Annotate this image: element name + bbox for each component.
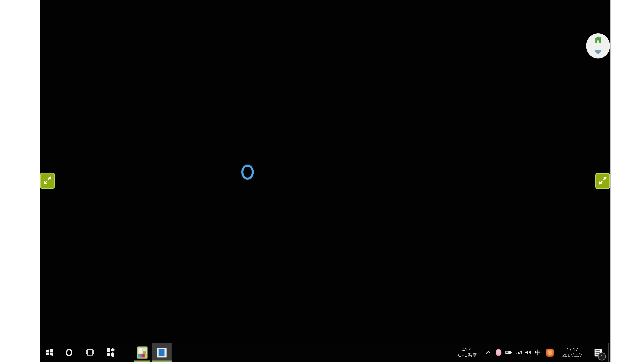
cpu-temp-label: CPU温度 [458, 353, 477, 358]
collapse-arrows-icon [43, 176, 52, 185]
action-center-button[interactable]: 1 [592, 343, 605, 362]
windows-logo-icon [46, 349, 53, 357]
photo-app-button[interactable] [134, 343, 150, 362]
notification-badge: 1 [598, 353, 606, 361]
ime-indicator[interactable]: 中 [534, 343, 542, 362]
network-signal-icon [516, 350, 522, 355]
sogou-input-button[interactable]: S [546, 343, 554, 362]
task-view-button[interactable] [82, 343, 97, 362]
tray-network[interactable] [515, 343, 523, 362]
ime-label: 中 [535, 349, 541, 357]
active-app-button[interactable] [152, 343, 172, 362]
volume-icon [524, 350, 532, 356]
pinwheel-app-button[interactable] [103, 343, 118, 362]
home-icon [586, 33, 610, 46]
tray-expand-button[interactable] [484, 343, 492, 362]
task-view-icon [85, 349, 94, 357]
taskbar: 41℃ CPU温度 [40, 343, 610, 362]
cortana-button[interactable] [62, 343, 76, 362]
running-indicator [152, 361, 172, 362]
tray-pink-app[interactable] [495, 343, 502, 362]
cpu-temperature-widget[interactable]: 41℃ CPU温度 [455, 343, 480, 362]
tray-volume[interactable] [524, 343, 532, 362]
loading-ring [241, 165, 254, 180]
running-indicator [134, 361, 150, 362]
collapse-widget-right[interactable] [595, 173, 610, 189]
desktop: 41℃ CPU温度 [40, 0, 610, 362]
photo-gallery-app-icon [137, 347, 148, 359]
circle-outline-icon [66, 349, 72, 356]
start-button[interactable] [42, 343, 57, 362]
clock-time: 17:17 [566, 347, 578, 353]
taskbar-separator [124, 349, 125, 357]
floating-home-button[interactable] [586, 33, 610, 58]
clock-widget[interactable]: 17:17 2017/11/7 [560, 343, 585, 362]
chevron-down-icon [586, 46, 610, 58]
chevron-up-icon [486, 351, 491, 355]
collapse-widget-left[interactable] [40, 173, 55, 189]
sogou-input-icon: S [546, 349, 554, 357]
collapse-arrows-icon [598, 176, 607, 186]
show-desktop-button[interactable] [608, 343, 609, 362]
blue-window-app-icon [157, 348, 166, 358]
battery-icon [505, 350, 512, 355]
cpu-temp-value: 41℃ [462, 347, 472, 353]
pink-app-icon [496, 349, 502, 356]
tray-battery[interactable] [505, 343, 512, 362]
pinwheel-app-icon [106, 348, 116, 358]
clock-date: 2017/11/7 [562, 353, 582, 358]
